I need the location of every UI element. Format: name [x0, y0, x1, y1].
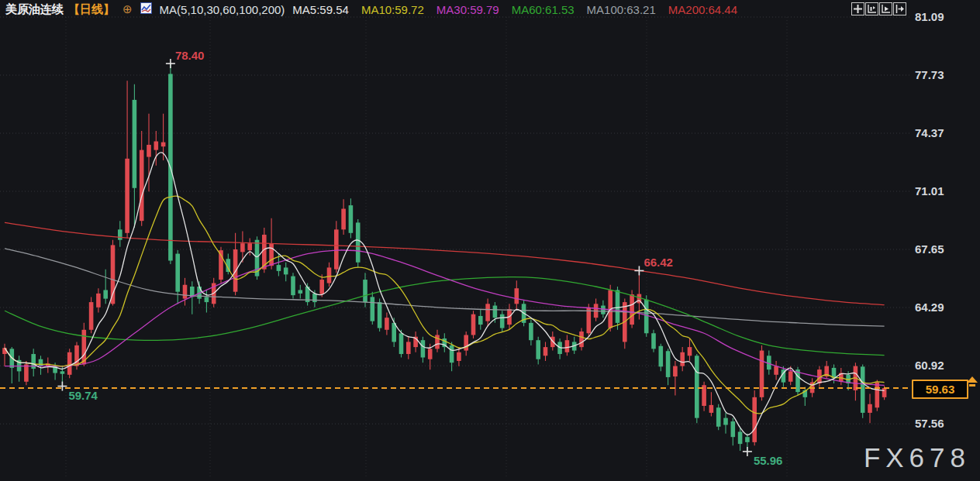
candle-body [284, 267, 288, 274]
candle-body [89, 302, 94, 330]
scroll-to-latest-arrow-base[interactable] [969, 384, 975, 387]
low-price-label: 59.74 [68, 389, 98, 402]
pan-button[interactable] [851, 2, 864, 15]
candle-body [788, 371, 793, 381]
candle-body [60, 371, 65, 373]
ma-readout-ma100: MA100:63.21 [587, 3, 656, 16]
candle-body [673, 366, 678, 376]
candle-body [385, 318, 389, 330]
candle-body [421, 340, 426, 357]
candle-body [349, 205, 354, 233]
candle-body [868, 404, 872, 413]
candle-body [745, 437, 750, 442]
candle-body [363, 280, 368, 302]
candle-body [515, 288, 519, 304]
candle-body [529, 323, 533, 340]
candle-body [861, 366, 865, 413]
ma100-line [5, 249, 885, 326]
candle-body [147, 145, 151, 157]
candle-body [644, 300, 649, 334]
candle-body [298, 290, 303, 293]
candle-body [450, 345, 454, 362]
candle-body [291, 277, 295, 296]
candle-body [341, 209, 346, 230]
add-indicator-button[interactable]: ⊕ [122, 4, 133, 15]
candle-body [666, 351, 671, 377]
candle-body [579, 332, 584, 347]
candle-body [399, 333, 404, 354]
candle-body [738, 431, 743, 444]
indicator-icon [140, 2, 152, 16]
candle-body [39, 359, 43, 366]
candle-body [140, 150, 144, 222]
last-price-tag: 59.63 [912, 380, 968, 399]
y-axis-tick-label: 57.56 [915, 417, 944, 430]
candle-body [485, 304, 490, 321]
watermark: FX678 [864, 442, 971, 473]
y-axis-tick-label: 77.73 [915, 68, 944, 81]
candle-body [723, 418, 728, 425]
chart-header: 美原油连续 【日线】 ⊕ MA(5,10,30,60,100,200) MA5:… [0, 0, 980, 19]
candle-body [277, 265, 281, 271]
candle-body [882, 388, 887, 397]
candlestick-chart[interactable] [0, 0, 980, 481]
candle-body [680, 352, 685, 366]
y-axis-tick-label: 60.92 [915, 359, 944, 372]
ma-readouts: MA5:59.54MA10:59.72MA30:59.79MA60:61.53M… [292, 3, 737, 16]
candle-body [565, 340, 570, 352]
candle-body [154, 141, 159, 149]
candle-body [659, 346, 664, 367]
candle-body [327, 267, 332, 283]
candle-body [269, 243, 274, 266]
jump-to-latest-button[interactable] [893, 2, 906, 15]
candle-body [536, 340, 540, 359]
chart-window: 美原油连续 【日线】 ⊕ MA(5,10,30,60,100,200) MA5:… [0, 0, 980, 481]
candle-body [161, 143, 166, 147]
candle-body [312, 294, 317, 302]
candle-body [125, 159, 129, 233]
candle-body [493, 306, 498, 318]
symbol-title: 美原油连续 [5, 2, 64, 17]
candle-body [96, 294, 101, 307]
low-price-label: 55.96 [754, 454, 783, 467]
play-latest-button[interactable] [879, 2, 892, 15]
ma200-line [5, 222, 885, 304]
ma10-line [5, 196, 885, 414]
candle-body [688, 347, 692, 356]
candle-body [478, 316, 483, 325]
candle-body [695, 356, 699, 417]
candle-body [651, 333, 656, 349]
candle-body [103, 290, 108, 298]
candle-body [24, 364, 29, 381]
candle-body [464, 335, 468, 350]
candle-body [334, 229, 339, 269]
y-axis-tick-label: 64.29 [915, 301, 944, 314]
candle-body [457, 352, 461, 361]
scroll-to-latest-arrow[interactable] [967, 376, 978, 383]
candle-body [752, 397, 757, 442]
candle-body [175, 254, 180, 292]
period-label[interactable]: 【日线】 [68, 2, 115, 17]
y-axis-tick-label: 74.37 [915, 126, 944, 139]
candle-body [630, 294, 634, 325]
candle-body [247, 243, 252, 250]
y-axis-tick-label: 71.01 [915, 184, 944, 198]
candle-body [118, 229, 122, 239]
candle-body [319, 280, 324, 294]
candle-body [428, 349, 433, 359]
ma-readout-ma30: MA30:59.79 [437, 3, 499, 16]
candle-body [543, 347, 548, 356]
high-price-label: 66.42 [644, 256, 673, 269]
candle-body [774, 366, 778, 375]
candle-body [616, 290, 620, 322]
fit-scale-button[interactable] [865, 2, 878, 15]
ma-settings-label[interactable]: MA(5,10,30,60,100,200) [160, 3, 285, 16]
high-price-label: 78.40 [175, 49, 205, 62]
candle-body [205, 297, 209, 302]
candle-body [371, 297, 375, 321]
candle-body [67, 352, 72, 375]
candle-body [875, 382, 880, 407]
candle-body [133, 100, 137, 188]
candle-body [240, 243, 245, 252]
candle-body [760, 351, 764, 397]
